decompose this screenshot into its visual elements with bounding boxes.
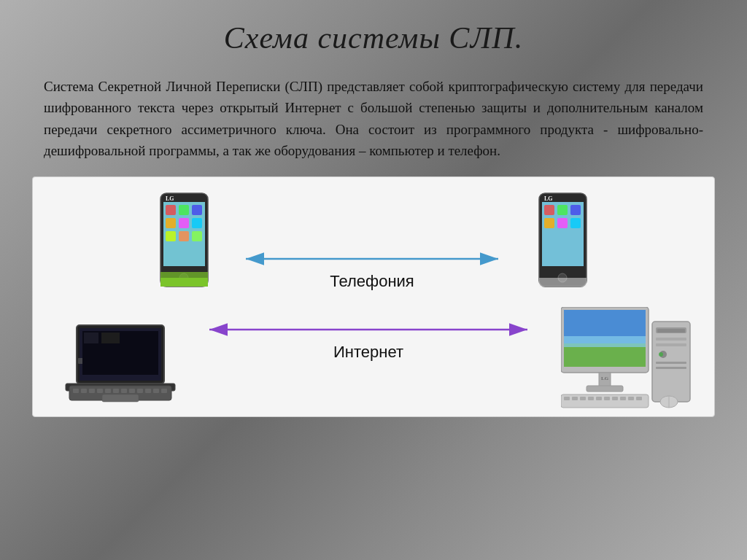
svg-rect-79 [580,397,586,400]
svg-rect-48 [89,389,95,393]
svg-rect-23 [557,218,568,228]
svg-rect-56 [153,389,159,393]
phone-right: LG [535,192,590,290]
svg-rect-81 [596,397,602,400]
svg-rect-74 [657,329,685,332]
laptop-icon [62,322,179,409]
laptop [62,322,179,409]
svg-rect-51 [113,389,119,393]
svg-rect-80 [588,397,594,400]
svg-text:LG: LG [601,376,609,381]
svg-rect-42 [84,332,98,343]
svg-rect-24 [570,218,581,228]
svg-rect-22 [544,218,554,228]
svg-rect-73 [656,367,686,369]
svg-rect-7 [179,218,189,228]
svg-rect-78 [572,397,578,400]
desktop-icon: LG [561,307,692,409]
svg-point-75 [659,352,663,357]
svg-rect-54 [137,389,143,393]
svg-rect-55 [145,389,151,393]
page-title: Схема системы СЛП. [224,20,523,55]
svg-rect-3 [166,205,176,215]
svg-rect-70 [656,343,686,346]
svg-rect-4 [179,205,189,215]
svg-rect-21 [570,205,581,215]
phone-left-icon: LG [157,192,212,290]
svg-rect-19 [544,205,554,215]
svg-rect-10 [179,231,189,241]
svg-rect-84 [620,397,626,400]
svg-text:LG: LG [166,195,174,202]
svg-rect-58 [102,394,139,402]
svg-rect-83 [612,397,618,400]
svg-rect-5 [192,205,202,215]
phone-left: LG [157,192,212,290]
phone-right-icon: LG [535,192,590,290]
svg-rect-8 [192,218,202,228]
internet-arrow: Интернет [201,319,536,362]
svg-rect-43 [101,332,120,343]
svg-rect-27 [539,278,587,287]
svg-rect-52 [121,389,127,393]
svg-rect-77 [564,397,570,400]
svg-rect-6 [166,218,176,228]
svg-rect-49 [97,389,103,393]
svg-rect-86 [636,397,642,400]
svg-rect-63 [564,336,646,347]
svg-rect-65 [587,386,623,392]
svg-rect-9 [166,231,176,241]
svg-text:LG: LG [544,195,553,202]
svg-rect-50 [105,389,111,393]
internet-label: Интернет [333,343,403,362]
svg-rect-76 [561,394,649,408]
desktop: LG [561,307,692,409]
svg-rect-47 [81,389,87,393]
svg-rect-85 [628,397,634,400]
svg-rect-82 [604,397,610,400]
svg-rect-69 [656,338,686,341]
telephony-arrow: Телефония [237,249,507,291]
svg-rect-46 [73,389,79,393]
svg-rect-53 [129,389,135,393]
svg-rect-72 [656,362,686,364]
svg-rect-15 [160,278,208,287]
svg-rect-20 [557,205,568,215]
telephony-label: Телефония [330,272,414,291]
page-description: Система Секретной Личной Переписки (СЛП)… [44,76,703,162]
diagram-container: LG LG [32,176,715,417]
svg-rect-57 [161,389,167,393]
svg-rect-11 [192,231,202,241]
